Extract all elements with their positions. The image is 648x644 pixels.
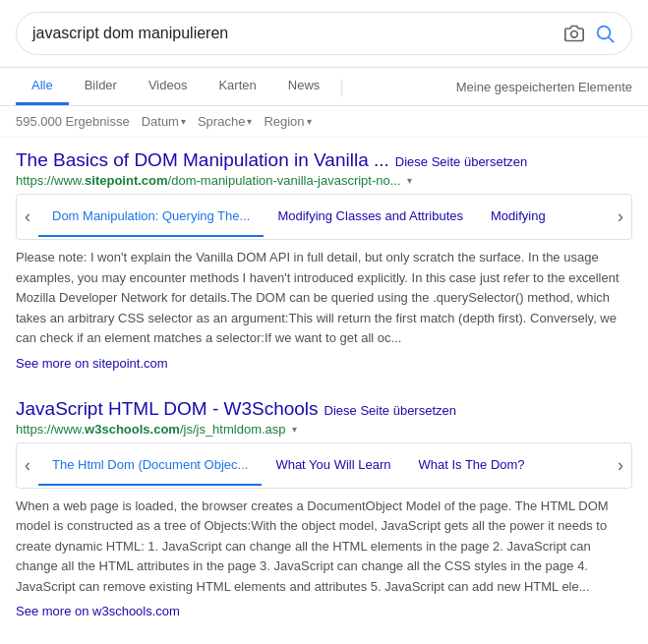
search-input-box[interactable]: javascript dom manipulieren [16, 12, 632, 55]
search-bar-container: javascript dom manipulieren [0, 0, 648, 68]
result-2-carousel-next[interactable]: › [610, 443, 631, 488]
result-1-url-row: https://www.sitepoint.com/dom-manipulati… [16, 173, 632, 188]
result-2-url-bold: w3schools.com [85, 422, 180, 437]
result-1-carousel-next[interactable]: › [610, 195, 631, 239]
result-1-url-bold: sitepoint.com [85, 173, 168, 188]
saved-elements-link[interactable]: Meine gespeicherten Elemente [456, 70, 632, 104]
results-count: 595.000 Ergebnisse [16, 114, 130, 129]
svg-point-0 [571, 31, 578, 38]
tab-bilder[interactable]: Bilder [69, 68, 133, 105]
result-2-title-link[interactable]: JavaScript HTML DOM - W3Schools [16, 398, 319, 420]
result-2-carousel-prev[interactable]: ‹ [17, 443, 38, 488]
results-bar: 595.000 Ergebnisse Datum ▾ Sprache ▾ Reg… [0, 106, 648, 138]
result-2-sitelink-0[interactable]: The Html Dom (Document Objec... [38, 445, 262, 486]
region-arrow-icon: ▾ [307, 116, 312, 127]
result-2-url: https://www.w3schools.com/js/js_htmldom.… [16, 422, 286, 437]
tab-videos[interactable]: Videos [133, 68, 204, 105]
result-1-carousel-prev[interactable]: ‹ [17, 195, 38, 239]
result-1-carousel-items: Dom Manipulation: Querying The... Modify… [38, 197, 610, 237]
search-icon [594, 23, 616, 44]
tab-karten[interactable]: Karten [203, 68, 271, 105]
result-2-carousel-items: The Html Dom (Document Objec... What You… [38, 445, 610, 486]
result-1-url: https://www.sitepoint.com/dom-manipulati… [16, 173, 401, 188]
result-2-sitelinks-carousel: ‹ The Html Dom (Document Objec... What Y… [16, 442, 632, 489]
result-2-title-row: JavaScript HTML DOM - W3Schools Diese Se… [16, 398, 632, 420]
result-1-url-dropdown[interactable]: ▾ [405, 175, 414, 186]
result-2-url-row: https://www.w3schools.com/js/js_htmldom.… [16, 422, 632, 437]
filter-sprache[interactable]: Sprache ▾ [198, 114, 252, 129]
result-1-see-more[interactable]: See more on sitepoint.com [16, 356, 168, 371]
result-2-translate-link[interactable]: Diese Seite übersetzen [324, 403, 456, 418]
tab-news[interactable]: News [272, 68, 336, 105]
nav-divider: | [339, 77, 344, 97]
sprache-arrow-icon: ▾ [247, 116, 252, 127]
result-item-2: JavaScript HTML DOM - W3Schools Diese Se… [16, 398, 632, 619]
search-icons [564, 23, 616, 44]
result-1-snippet: Please note: I won't explain the Vanilla… [16, 248, 632, 349]
result-2-sitelink-2[interactable]: What Is The Dom? [404, 445, 538, 486]
result-2-url-dropdown[interactable]: ▾ [290, 424, 299, 435]
result-1-translate-link[interactable]: Diese Seite übersetzen [395, 154, 527, 169]
camera-icon-button[interactable] [564, 24, 584, 43]
result-2-see-more[interactable]: See more on w3schools.com [16, 604, 180, 618]
svg-point-1 [598, 27, 611, 39]
result-item-1: The Basics of DOM Manipulation in Vanill… [16, 149, 632, 371]
results-container: The Basics of DOM Manipulation in Vanill… [0, 138, 648, 644]
filter-region[interactable]: Region ▾ [264, 114, 311, 129]
result-1-title-link[interactable]: The Basics of DOM Manipulation in Vanill… [16, 149, 389, 171]
result-1-title-row: The Basics of DOM Manipulation in Vanill… [16, 149, 632, 171]
result-1-sitelink-1[interactable]: Modifying Classes and Attributes [264, 197, 477, 237]
datum-arrow-icon: ▾ [181, 116, 186, 127]
search-submit-button[interactable] [594, 23, 616, 44]
search-query-text: javascript dom manipulieren [32, 25, 564, 42]
nav-tabs: Alle Bilder Videos Karten News | Meine g… [0, 68, 648, 106]
result-1-sitelink-0[interactable]: Dom Manipulation: Querying The... [38, 197, 264, 237]
result-2-sitelink-1[interactable]: What You Will Learn [262, 445, 404, 486]
filter-datum[interactable]: Datum ▾ [142, 114, 186, 129]
camera-icon [564, 24, 584, 43]
result-1-sitelinks-carousel: ‹ Dom Manipulation: Querying The... Modi… [16, 194, 632, 240]
result-1-sitelink-2[interactable]: Modifying [477, 197, 560, 237]
result-2-snippet: When a web page is loaded, the browser c… [16, 497, 632, 598]
tab-alle[interactable]: Alle [16, 68, 69, 105]
svg-line-2 [609, 37, 614, 42]
